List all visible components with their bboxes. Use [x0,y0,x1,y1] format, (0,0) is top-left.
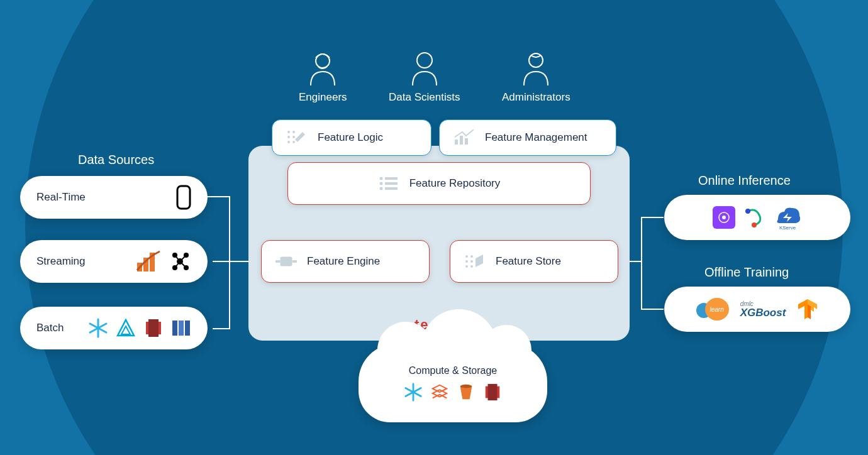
xgboost-icon: dmlc XGBoost [740,301,786,318]
offline-training-box: learn dmlc XGBoost [664,287,850,332]
feature-repository-box: Feature Repository [287,162,591,205]
svg-point-57 [752,222,757,228]
svg-point-26 [287,136,290,138]
svg-line-15 [180,261,186,268]
admin-icon [520,52,552,86]
persona-administrators: Administrators [502,52,570,104]
inference-icons: KServe [713,204,802,231]
realtime-icons [176,185,191,210]
source-realtime: Real-Time [20,176,208,219]
persona-engineers: Engineers [299,52,347,104]
svg-rect-23 [185,321,190,336]
svg-rect-38 [385,187,398,190]
feature-management-box: Feature Management [439,119,616,156]
svg-rect-30 [455,140,458,145]
source-streaming: Streaming [20,240,208,283]
svg-point-47 [470,265,473,268]
training-icons: learn dmlc XGBoost [696,298,819,321]
svg-rect-20 [148,319,159,337]
compute-storage-cloud: Compute & Storage [359,344,547,422]
persona-label: Data Scientists [389,91,460,104]
fbox-label: Feature Engine [307,255,380,268]
svg-rect-21 [172,321,177,336]
svg-point-1 [417,53,432,68]
svg-point-46 [465,265,468,268]
persona-data-scientists: Data Scientists [389,52,460,104]
feature-store-box: Feature Store [450,240,618,283]
sklearn-icon: learn [696,298,729,321]
scientist-icon [409,52,440,86]
seldon-icon [743,206,765,229]
svg-rect-22 [179,321,184,336]
engineer-icon [307,52,338,86]
tensorflow-icon [797,298,818,321]
s3-icon [457,383,476,402]
streaming-icons [136,250,191,273]
engine-icon [275,253,297,270]
list-icon [378,175,399,192]
cloud-title: Compute & Storage [409,365,498,376]
source-label: Batch [36,322,79,334]
athena-icon [171,318,191,338]
svg-point-27 [292,136,295,138]
sagemaker-icon [713,206,735,229]
source-label: Real-Time [36,191,167,204]
svg-line-14 [180,255,186,261]
redshift-icon [483,383,502,402]
svg-rect-41 [292,260,297,263]
svg-rect-31 [460,136,463,145]
offline-training-title: Offline Training [704,265,789,280]
fbox-label: Feature Logic [318,131,383,144]
svg-rect-39 [281,256,292,266]
persona-label: Engineers [299,91,347,104]
snowflake-icon [404,383,423,402]
online-inference-title: Online Inference [698,173,791,188]
online-inference-box: KServe [664,195,850,240]
svg-point-37 [379,187,382,190]
pencil-grid-icon [286,129,308,146]
source-batch: Batch [20,307,208,349]
svg-point-51 [460,384,472,388]
svg-point-43 [470,255,473,258]
svg-rect-40 [275,260,281,263]
cloud-icons [404,383,502,402]
svg-rect-36 [385,182,398,185]
svg-text:KServe: KServe [779,225,796,231]
feature-logic-box: Feature Logic [272,119,431,156]
svg-point-56 [745,209,750,214]
fbox-label: Feature Management [485,131,587,144]
svg-point-28 [287,141,290,143]
redshift-icon [143,318,164,338]
store-icon [464,253,486,270]
svg-rect-34 [385,177,398,180]
svg-point-45 [470,260,473,263]
svg-point-55 [722,216,726,219]
svg-point-35 [379,182,382,185]
svg-point-42 [465,255,468,258]
kserve-icon: KServe [773,204,802,231]
source-label: Streaming [36,255,127,268]
svg-point-29 [292,141,295,143]
svg-point-25 [292,131,295,133]
svg-point-33 [379,177,382,180]
fbox-label: Feature Store [496,255,561,268]
kinesis-icon [136,250,161,273]
data-sources-title: Data Sources [78,153,154,167]
kafka-icon [169,250,191,273]
svg-rect-53 [488,383,498,400]
svg-rect-3 [177,186,190,209]
feature-engine-box: Feature Engine [261,240,430,283]
svg-point-24 [287,131,290,133]
databricks-icon [430,383,449,402]
fbox-label: Feature Repository [409,177,501,190]
svg-point-44 [465,260,468,263]
persona-label: Administrators [502,91,570,104]
svg-rect-32 [465,138,468,145]
delta-icon [116,318,136,338]
batch-icons [88,318,191,338]
bars-arrow-icon [453,129,475,146]
snowflake-icon [88,318,108,338]
mobile-icon [176,185,191,210]
